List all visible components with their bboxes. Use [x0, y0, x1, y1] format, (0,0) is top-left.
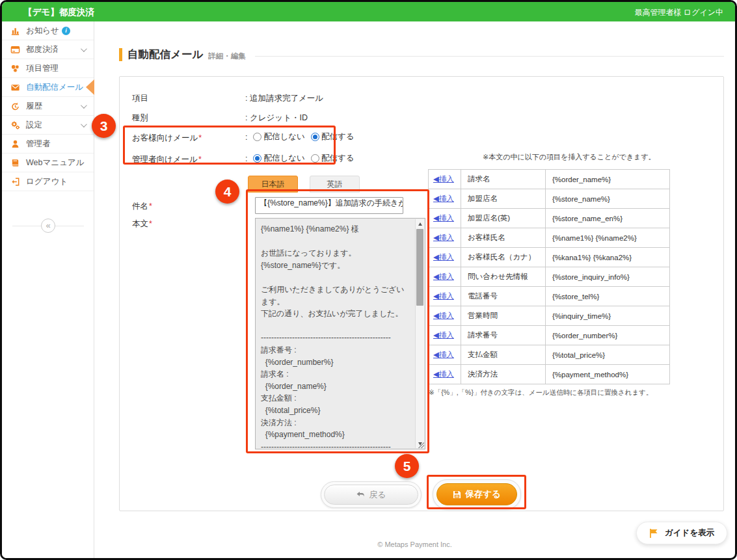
- insert-placeholder: {%store_tel%}: [546, 293, 669, 300]
- admin-mail-radio-yes[interactable]: 配信する: [311, 153, 355, 164]
- sidebar-item-admin[interactable]: 管理者: [2, 135, 94, 153]
- insert-link[interactable]: ◀挿入: [433, 350, 454, 360]
- insert-field-name: お客様氏名（カナ）: [461, 248, 546, 267]
- annotation-step-3: 3: [92, 114, 116, 138]
- radio-icon: [253, 133, 261, 141]
- save-button[interactable]: 保存する: [433, 479, 521, 509]
- scrollbar[interactable]: [415, 219, 424, 448]
- active-item-arrow: [86, 79, 94, 95]
- sidebar-item-label: Webマニュアル: [26, 157, 84, 168]
- insert-table: ◀挿入 請求名 {%order_name%} ◀挿入 加盟店名 {%store_…: [428, 169, 670, 384]
- top-bar: 【デモ】都度決済 最高管理者様 ログイン中: [2, 2, 735, 21]
- tab-japanese[interactable]: 日本語: [248, 176, 298, 193]
- sidebar-item-settings[interactable]: 設定: [2, 116, 94, 135]
- mail-body-box: {%name1%} {%name2%} 様 お世話になっております。 {%sto…: [255, 218, 425, 449]
- customer-mail-radio-yes[interactable]: 配信する: [311, 131, 355, 142]
- app-window: 【デモ】都度決済 最高管理者様 ログイン中 お知らせ i 都度決済 項目管理 自…: [0, 0, 737, 560]
- radio-icon: [311, 154, 319, 163]
- sidebar-item-history[interactable]: 履歴: [2, 97, 94, 116]
- insert-table-row: ◀挿入 加盟店名 {%store_name%}: [429, 189, 669, 209]
- show-guide-button[interactable]: ガイドを表示: [636, 522, 727, 544]
- insert-placeholder: {%payment_method%}: [546, 371, 669, 379]
- insert-link[interactable]: ◀挿入: [433, 213, 454, 223]
- field-label-admin-mail: 管理者向けメール*: [132, 154, 202, 165]
- sidebar-collapse-button[interactable]: «: [41, 219, 55, 233]
- insert-placeholder: {%store_name%}: [546, 195, 669, 203]
- admin-mail-radio-no[interactable]: 配信しない: [253, 153, 304, 164]
- app-title: 【デモ】都度決済: [23, 7, 94, 18]
- insert-table-row: ◀挿入 電話番号 {%store_tel%}: [429, 287, 669, 306]
- insert-field-name: 請求番号: [461, 326, 546, 345]
- insert-link[interactable]: ◀挿入: [433, 252, 454, 262]
- insert-field-name: お客様氏名: [461, 228, 546, 247]
- insert-placeholder: {%inquiry_time%}: [546, 312, 669, 320]
- insert-field-name: 電話番号: [461, 287, 546, 306]
- required-mark: *: [149, 202, 152, 211]
- mail-icon: [10, 82, 20, 92]
- sidebar-item-item-management[interactable]: 項目管理: [2, 59, 94, 78]
- save-icon: [453, 490, 461, 499]
- field-label-subject: 件名*: [132, 201, 152, 212]
- insert-link[interactable]: ◀挿入: [433, 194, 454, 204]
- insert-table-row: ◀挿入 請求番号 {%order_number%}: [429, 326, 669, 345]
- insert-link[interactable]: ◀挿入: [433, 291, 454, 301]
- insert-note-bottom: ※「{%」,「%}」付きの文字は、メール送信時に各項目に置換されます。: [429, 388, 653, 397]
- sidebar-item-label: 設定: [26, 120, 42, 131]
- back-arrow-icon: [356, 491, 365, 499]
- sidebar-item-label: 自動配信メール: [26, 82, 83, 93]
- insert-field-name: 請求名: [461, 170, 546, 189]
- divider: [255, 56, 724, 57]
- radio-icon: [253, 154, 261, 163]
- insert-placeholder: {%order_name%}: [546, 176, 669, 183]
- info-badge: i: [62, 27, 70, 35]
- sidebar-item-label: お知らせ: [26, 25, 59, 36]
- insert-link[interactable]: ◀挿入: [433, 311, 454, 321]
- insert-field-name: 支払金額: [461, 345, 546, 364]
- customer-mail-radio-group: : 配信しない 配信する: [245, 131, 354, 142]
- sidebar-item-web-manual[interactable]: Webマニュアル: [2, 153, 94, 172]
- book-icon: [10, 157, 20, 168]
- field-label-item: 項目: [132, 93, 148, 104]
- tab-english[interactable]: 英語: [310, 176, 360, 193]
- sidebar-item-label: 都度決済: [26, 44, 59, 55]
- insert-placeholder: {%order_number%}: [546, 332, 669, 340]
- field-value-type: : クレジット・ID: [245, 113, 308, 124]
- field-label-body: 本文*: [132, 219, 152, 230]
- customer-mail-radio-no[interactable]: 配信しない: [253, 131, 304, 142]
- mail-body-textarea[interactable]: {%name1%} {%name2%} 様 お世話になっております。 {%sto…: [256, 219, 425, 449]
- required-mark: *: [149, 219, 152, 228]
- insert-placeholder: {%store_name_en%}: [546, 215, 669, 222]
- title-accent-bar: [119, 48, 122, 61]
- insert-field-name: 問い合わせ先情報: [461, 267, 546, 286]
- scroll-up-icon[interactable]: [416, 219, 424, 228]
- insert-link[interactable]: ◀挿入: [433, 174, 454, 184]
- back-button[interactable]: 戻る: [321, 481, 422, 508]
- insert-table-row: ◀挿入 決済方法 {%payment_method%}: [429, 365, 669, 384]
- chevron-down-icon: [81, 121, 87, 127]
- insert-link[interactable]: ◀挿入: [433, 233, 454, 243]
- sidebar-item-label: 履歴: [26, 101, 42, 112]
- insert-table-row: ◀挿入 問い合わせ先情報 {%store_inquiry_info%}: [429, 267, 669, 287]
- language-tabs: 日本語 英語: [248, 176, 360, 193]
- field-label-type: 種別: [132, 113, 148, 124]
- sidebar-item-logout[interactable]: ログアウト: [2, 172, 94, 191]
- sidebar-item-news[interactable]: お知らせ i: [2, 21, 94, 40]
- sidebar: お知らせ i 都度決済 項目管理 自動配信メール 履歴 設定: [2, 21, 94, 558]
- insert-link[interactable]: ◀挿入: [433, 330, 454, 340]
- insert-table-row: ◀挿入 請求名 {%order_name%}: [429, 170, 669, 189]
- scrollbar-thumb[interactable]: [416, 229, 423, 306]
- insert-link[interactable]: ◀挿入: [433, 272, 454, 282]
- logout-icon: [10, 176, 20, 187]
- resize-grip[interactable]: [418, 442, 424, 448]
- required-mark: *: [198, 155, 202, 164]
- history-icon: [10, 101, 20, 111]
- insert-placeholder: {%kana1%} {%kana2%}: [546, 254, 669, 261]
- gears-icon: [10, 120, 20, 130]
- insert-link[interactable]: ◀挿入: [433, 369, 454, 379]
- sidebar-item-label: 項目管理: [26, 63, 59, 74]
- sidebar-item-payments[interactable]: 都度決済: [2, 40, 94, 59]
- sidebar-item-auto-mail[interactable]: 自動配信メール: [2, 78, 94, 97]
- mail-subject-input[interactable]: 【{%store_name%}】追加請求の手続きが完了しま: [255, 197, 403, 214]
- copyright: © Metaps Payment Inc.: [94, 540, 735, 548]
- login-status: 最高管理者様 ログイン中: [635, 7, 723, 18]
